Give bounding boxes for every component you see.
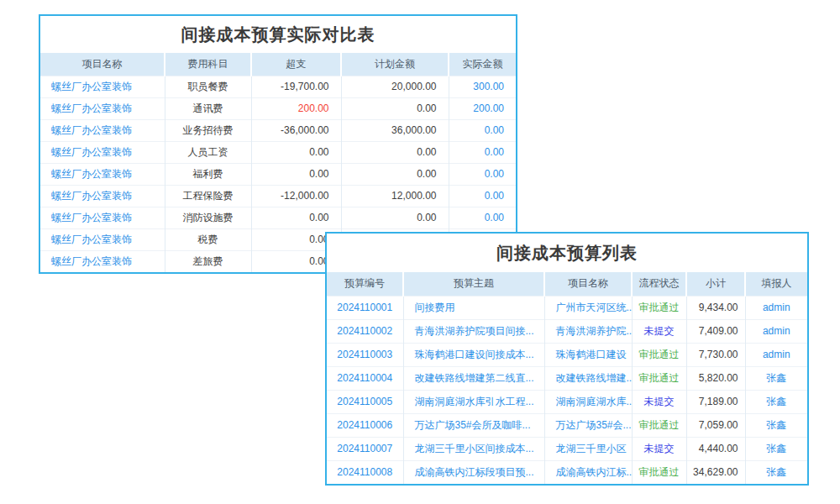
cell-actual-amount-link[interactable]: 0.00 <box>449 141 516 163</box>
cell-expense-category: 人员工资 <box>165 141 251 163</box>
budget-list-panel: 间接成本预算列表 预算编号 预算主题 项目名称 流程状态 小计 填报人 2024… <box>325 232 809 486</box>
cell-subtotal: 7,409.00 <box>686 319 745 343</box>
cell-overspend: -19,700.00 <box>251 76 341 97</box>
panel-title: 间接成本预算实际对比表 <box>40 16 516 53</box>
cell-reporter-link[interactable]: admin <box>745 319 807 343</box>
cell-project-name-link[interactable]: 改建铁路线增建... <box>544 366 632 390</box>
cell-project-name-link[interactable]: 广州市天河区统... <box>544 296 632 319</box>
cell-actual-amount-link[interactable]: 0.00 <box>449 119 516 141</box>
cell-budget-id-link[interactable]: 2024110007 <box>327 437 403 460</box>
cell-budget-subject-link[interactable]: 间接费用 <box>403 296 544 319</box>
cell-project-name-link[interactable]: 螺丝厂办公室装饰 <box>40 163 165 185</box>
table-row: 2024110004改建铁路线增建第二线直...改建铁路线增建...审批通过5,… <box>327 366 807 390</box>
cell-budget-subject-link[interactable]: 青海洪湖养护院项目间接... <box>403 319 544 343</box>
cell-planned-amount: 36,000.00 <box>341 119 449 141</box>
cell-expense-category: 通讯费 <box>165 97 251 119</box>
cell-project-name-link[interactable]: 青海洪湖养护院... <box>544 319 632 343</box>
cell-project-name-link[interactable]: 万达广场35#会... <box>544 413 632 437</box>
table-row: 螺丝厂办公室装饰业务招待费-36,000.0036,000.000.00 <box>40 119 516 141</box>
column-header-budget-subject: 预算主题 <box>403 272 544 296</box>
column-header-budget-id: 预算编号 <box>327 272 403 296</box>
column-header-project-name: 项目名称 <box>544 272 632 296</box>
cell-budget-subject-link[interactable]: 万达广场35#会所及咖啡... <box>403 413 544 437</box>
table-row: 2024110007龙湖三千里小区间接成本...龙湖三千里小区未提交4,440.… <box>327 437 807 460</box>
cell-reporter-link[interactable]: 张鑫 <box>745 437 807 460</box>
table-row: 2024110006万达广场35#会所及咖啡...万达广场35#会...审批通过… <box>327 413 807 437</box>
cell-subtotal: 34,629.00 <box>686 460 745 484</box>
cell-project-name-link[interactable]: 螺丝厂办公室装饰 <box>40 228 165 250</box>
budget-list-table-body: 2024110001间接费用广州市天河区统...审批通过9,434.00admi… <box>327 296 807 484</box>
cell-reporter-link[interactable]: 张鑫 <box>745 390 807 413</box>
cell-overspend: 200.00 <box>251 97 341 119</box>
cell-subtotal: 4,440.00 <box>686 437 745 460</box>
cell-project-name-link[interactable]: 螺丝厂办公室装饰 <box>40 76 165 97</box>
cell-workflow-status: 未提交 <box>632 437 686 460</box>
cell-project-name-link[interactable]: 螺丝厂办公室装饰 <box>40 207 165 228</box>
cell-project-name-link[interactable]: 成渝高铁内江标... <box>544 460 632 484</box>
cell-actual-amount-link[interactable]: 0.00 <box>449 163 516 185</box>
cell-reporter-link[interactable]: admin <box>745 343 807 366</box>
cell-expense-category: 差旅费 <box>165 250 251 272</box>
cell-workflow-status: 未提交 <box>632 319 686 343</box>
cell-project-name-link[interactable]: 螺丝厂办公室装饰 <box>40 185 165 207</box>
cell-budget-id-link[interactable]: 2024110003 <box>327 343 403 366</box>
cell-overspend: 0.00 <box>251 207 341 228</box>
panel-title: 间接成本预算列表 <box>327 234 807 272</box>
cell-project-name-link[interactable]: 湖南洞庭湖水库... <box>544 390 632 413</box>
cell-expense-category: 业务招待费 <box>165 119 251 141</box>
cell-subtotal: 7,059.00 <box>686 413 745 437</box>
cell-reporter-link[interactable]: 张鑫 <box>745 460 807 484</box>
cell-project-name-link[interactable]: 螺丝厂办公室装饰 <box>40 250 165 272</box>
cell-overspend: -36,000.00 <box>251 119 341 141</box>
cell-expense-category: 工程保险费 <box>165 185 251 207</box>
cell-budget-subject-link[interactable]: 珠海鹤港口建设间接成本... <box>403 343 544 366</box>
column-header-reporter: 填报人 <box>745 272 807 296</box>
cell-actual-amount-link[interactable]: 0.00 <box>449 185 516 207</box>
cell-project-name-link[interactable]: 珠海鹤港口建设 <box>544 343 632 366</box>
cell-expense-category: 消防设施费 <box>165 207 251 228</box>
cell-budget-subject-link[interactable]: 龙湖三千里小区间接成本... <box>403 437 544 460</box>
column-header-project-name: 项目名称 <box>40 53 165 76</box>
cell-budget-subject-link[interactable]: 成渝高铁内江标段项目预... <box>403 460 544 484</box>
cell-planned-amount: 0.00 <box>341 207 449 228</box>
cell-budget-id-link[interactable]: 2024110005 <box>327 390 403 413</box>
cell-overspend: 0.00 <box>251 141 341 163</box>
cell-reporter-link[interactable]: 张鑫 <box>745 366 807 390</box>
table-row: 2024110008成渝高铁内江标段项目预...成渝高铁内江标...审批通过34… <box>327 460 807 484</box>
cell-workflow-status: 审批通过 <box>632 413 686 437</box>
table-header-row: 项目名称 费用科目 超支 计划金额 实际金额 <box>40 53 516 76</box>
cell-subtotal: 5,820.00 <box>686 366 745 390</box>
table-row: 螺丝厂办公室装饰通讯费200.000.00200.00 <box>40 97 516 119</box>
table-row: 螺丝厂办公室装饰福利费0.000.000.00 <box>40 163 516 185</box>
cell-workflow-status: 审批通过 <box>632 460 686 484</box>
cell-budget-id-link[interactable]: 2024110002 <box>327 319 403 343</box>
table-row: 螺丝厂办公室装饰工程保险费-12,000.0012,000.000.00 <box>40 185 516 207</box>
cell-reporter-link[interactable]: admin <box>745 296 807 319</box>
column-header-workflow-status: 流程状态 <box>632 272 686 296</box>
cell-project-name-link[interactable]: 螺丝厂办公室装饰 <box>40 141 165 163</box>
cell-project-name-link[interactable]: 螺丝厂办公室装饰 <box>40 119 165 141</box>
cell-project-name-link[interactable]: 螺丝厂办公室装饰 <box>40 97 165 119</box>
cell-reporter-link[interactable]: 张鑫 <box>745 413 807 437</box>
cell-actual-amount-link[interactable]: 0.00 <box>449 207 516 228</box>
table-row: 螺丝厂办公室装饰消防设施费0.000.000.00 <box>40 207 516 228</box>
cell-project-name-link[interactable]: 龙湖三千里小区 <box>544 437 632 460</box>
cell-budget-id-link[interactable]: 2024110001 <box>327 296 403 319</box>
cell-planned-amount: 0.00 <box>341 163 449 185</box>
cell-budget-id-link[interactable]: 2024110008 <box>327 460 403 484</box>
cell-subtotal: 9,434.00 <box>686 296 745 319</box>
cell-expense-category: 职员餐费 <box>165 76 251 97</box>
cell-budget-subject-link[interactable]: 湖南洞庭湖水库引水工程... <box>403 390 544 413</box>
cell-budget-subject-link[interactable]: 改建铁路线增建第二线直... <box>403 366 544 390</box>
cell-budget-id-link[interactable]: 2024110006 <box>327 413 403 437</box>
cell-actual-amount-link[interactable]: 300.00 <box>449 76 516 97</box>
cell-workflow-status: 审批通过 <box>632 366 686 390</box>
table-header-row: 预算编号 预算主题 项目名称 流程状态 小计 填报人 <box>327 272 807 296</box>
cell-actual-amount-link[interactable]: 200.00 <box>449 97 516 119</box>
table-row: 螺丝厂办公室装饰人员工资0.000.000.00 <box>40 141 516 163</box>
table-row: 2024110003珠海鹤港口建设间接成本...珠海鹤港口建设审批通过7,730… <box>327 343 807 366</box>
column-header-planned-amount: 计划金额 <box>341 53 449 76</box>
cell-budget-id-link[interactable]: 2024110004 <box>327 366 403 390</box>
cell-expense-category: 税费 <box>165 228 251 250</box>
table-row: 2024110005湖南洞庭湖水库引水工程...湖南洞庭湖水库...未提交7,1… <box>327 390 807 413</box>
